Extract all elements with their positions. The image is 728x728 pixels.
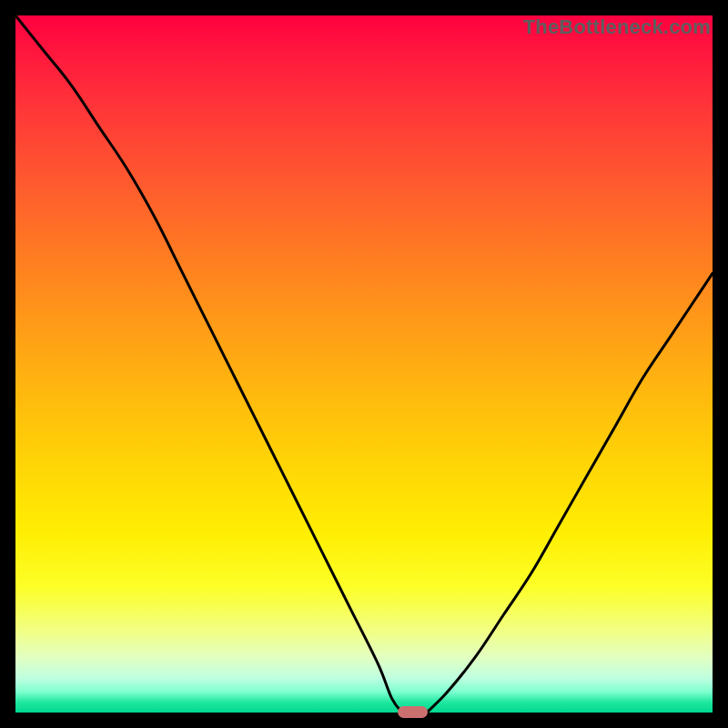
bottleneck-marker	[398, 706, 429, 718]
curve-right	[427, 273, 713, 713]
chart-frame: TheBottleneck.com	[0, 0, 728, 728]
curve-left	[15, 15, 402, 713]
curve-svg	[15, 15, 713, 713]
plot-area: TheBottleneck.com	[15, 15, 713, 713]
